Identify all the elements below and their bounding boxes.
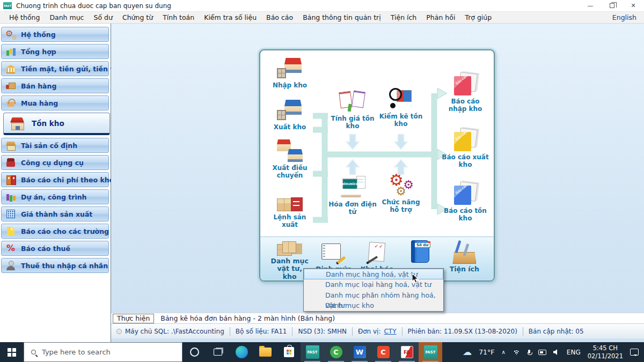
context-item-danh-muc-phan-nhom[interactable]: Danh mục phân nhóm hàng hoá, vật tư <box>304 290 443 301</box>
toolbox-icon <box>451 240 477 264</box>
flow-node-nhap-kho[interactable]: Nhập kho <box>266 57 314 89</box>
taskbar-app-fa[interactable]: FA <box>395 342 419 362</box>
flow-node-tinh-gia-ton-kho[interactable]: Tính giá tồn kho <box>328 90 377 130</box>
menu-tien-ich[interactable]: Tiện ích <box>386 12 422 24</box>
menu-he-thong[interactable]: Hệ thống <box>4 12 45 24</box>
bar-chart-icon <box>5 46 16 57</box>
restore-icon[interactable] <box>601 0 623 12</box>
close-icon[interactable]: ✕ <box>623 0 644 12</box>
cortana-button[interactable] <box>182 342 206 362</box>
flow-node-kiem-ke-ton-kho[interactable]: Kiểm kê tồn kho <box>377 88 425 128</box>
flow-node-xuat-dieu-chuyen[interactable]: Xuất điều chuyển <box>266 139 314 180</box>
status-update: Bản cập nhật: 05 <box>523 327 589 336</box>
flow-node-bao-cao-ton-kho[interactable]: Báo cáo Báo cáo tồn kho <box>441 182 489 223</box>
action-description: Bảng kê hóa đơn bán hàng - 2 màn hình (B… <box>160 314 335 322</box>
sidebar-item-du-an-cong-trinh[interactable]: Dự án, công trình <box>1 189 109 204</box>
asset-house-icon <box>5 140 16 151</box>
windows-logo-icon <box>8 348 16 357</box>
basket-icon <box>5 98 16 108</box>
folder-blue-icon: Báo cáo <box>453 182 478 205</box>
language-switch[interactable]: English <box>609 12 640 24</box>
flow-node-xuat-kho[interactable]: Xuất kho <box>266 99 314 131</box>
taskbar-app-store[interactable] <box>277 342 301 362</box>
search-placeholder: Type here to search <box>42 348 111 356</box>
toolbar-tien-ich[interactable]: Tiện ích <box>443 240 486 280</box>
wifi-icon[interactable] <box>513 349 521 355</box>
flow-node-bao-cao-xuat-kho[interactable]: Báo cáo Báo cáo xuất kho <box>441 129 489 169</box>
page-pen-icon <box>364 240 390 264</box>
taskbar-search[interactable]: Type here to search <box>24 342 182 362</box>
taskbar-app-edge[interactable] <box>230 342 253 362</box>
flow-node-lenh-san-xuat[interactable]: Lệnh sản xuất <box>266 189 314 229</box>
start-button[interactable] <box>0 342 24 362</box>
menu-bang-thong-tin-quan-tri[interactable]: Bảng thông tin quản trị <box>298 12 386 24</box>
fast-focused-icon: FAST <box>424 345 437 359</box>
menu-bar: Hệ thống Danh mục Số dư Chứng từ Tính to… <box>0 12 644 24</box>
sidebar-item-mua-hang[interactable]: Mua hàng <box>1 95 109 110</box>
task-view-button[interactable] <box>206 342 230 362</box>
taskbar-app-camtasia-recorder[interactable]: C <box>371 342 395 362</box>
sidebar-item-gia-thanh-san-xuat[interactable]: Giá thành sản xuất <box>1 206 109 221</box>
display-icon[interactable] <box>538 350 546 355</box>
speaker-icon[interactable] <box>553 349 560 355</box>
camtasia-recorder-icon: C <box>377 346 390 358</box>
context-item-danh-muc-hang-hoa[interactable]: Danh mục hàng hoá, vật tư <box>304 269 443 279</box>
execute-button[interactable]: Thực hiện <box>113 314 154 323</box>
menu-chung-tu[interactable]: Chứng từ <box>118 12 158 24</box>
menu-tinh-toan[interactable]: Tính toán <box>158 12 199 24</box>
sidebar-item-truong-tu-do[interactable]: Báo cáo cho các trường tự do <box>1 224 109 239</box>
notification-center-icon[interactable] <box>630 349 639 356</box>
bottom-strip <box>111 338 644 342</box>
microphone-icon[interactable] <box>528 350 531 355</box>
folder-red-icon: Báo cáo <box>453 73 478 95</box>
clock[interactable]: 5:45 CH 02/11/2021 <box>588 344 623 360</box>
sidebar-item-tien-mat[interactable]: Tiền mặt, tiền gửi, tiền vay <box>1 61 109 76</box>
menu-kiem-tra-so-lieu[interactable]: Kiểm tra số liệu <box>199 12 261 24</box>
store-icon <box>284 347 294 357</box>
flow-node-hoa-don-dien-tu[interactable]: eInvoice Hóa đơn điện tử <box>328 176 377 216</box>
warehouse-out-icon <box>277 99 303 121</box>
taskbar-app-fast-focused[interactable]: FAST <box>419 342 442 362</box>
language-indicator[interactable]: ENG <box>567 349 581 356</box>
boxes-icon <box>277 240 303 256</box>
sidebar-item-thue-tncn[interactable]: Thuế thu nhập cá nhân <box>1 258 109 273</box>
danh-muc-context-menu: Danh mục hàng hoá, vật tư Danh mục loại … <box>303 268 444 312</box>
sidebar-item-he-thong[interactable]: Hệ thống <box>1 27 109 42</box>
taskbar-app-camtasia[interactable]: C <box>324 342 348 362</box>
menu-tro-giup[interactable]: Trợ giúp <box>460 12 496 24</box>
menu-so-du[interactable]: Số dư <box>89 12 117 24</box>
weather-cloud-icon[interactable]: ☁ <box>463 348 472 357</box>
flow-node-chuc-nang-ho-tro[interactable]: Chức năng hỗ trợ <box>377 174 425 214</box>
status-version: Phiên bản: 11.09.SX (13-08-2020) <box>402 327 523 336</box>
date-label: 02/11/2021 <box>588 352 623 360</box>
taskbar-app-word[interactable]: W <box>348 342 371 362</box>
temperature-label[interactable]: 71°F <box>479 348 494 356</box>
context-item-danh-muc-kho[interactable]: Danh mục kho <box>304 300 443 311</box>
folder-yellow-icon: Báo cáo <box>453 129 478 151</box>
windows-taskbar: Type here to search FAST C W C FA FAST ☁… <box>0 342 644 362</box>
context-item-danh-muc-loai-hang-hoa[interactable]: Danh mục loại hàng hoá, vật tư <box>304 279 443 290</box>
status-dot-icon <box>116 329 122 334</box>
note-icon <box>5 226 16 237</box>
unit-link[interactable]: CTY <box>384 328 396 335</box>
status-bar: Máy chủ SQL: .\FastAccounting Bộ số liệu… <box>111 323 644 338</box>
sidebar-item-bao-cao-chi-phi[interactable]: Báo cáo chi phí theo khoản mục <box>1 172 109 187</box>
sidebar-item-tong-hop[interactable]: Tổng hợp <box>1 44 109 59</box>
tray-chevron-icon[interactable]: ∧ <box>502 349 506 355</box>
sidebar-item-bao-cao-thue[interactable]: Báo cáo thuế <box>1 241 109 256</box>
menu-bao-cao[interactable]: Báo cáo <box>261 12 298 24</box>
action-bar: Thực hiện Bảng kê hóa đơn bán hàng - 2 m… <box>111 313 644 323</box>
menu-phan-hoi[interactable]: Phản hồi <box>421 12 460 24</box>
sidebar-item-ban-hang[interactable]: Bán hàng <box>1 78 109 93</box>
file-explorer-icon <box>259 348 272 357</box>
task-view-icon <box>214 349 222 356</box>
sidebar-item-cong-cu-dung-cu[interactable]: Công cụ dụng cụ <box>1 155 109 170</box>
taskbar-app-fast-accounting[interactable]: FAST <box>301 342 324 362</box>
edge-icon <box>236 346 248 358</box>
sidebar-item-tai-san-co-dinh[interactable]: Tài sản cố định <box>1 138 109 153</box>
sidebar-item-ton-kho[interactable]: Tồn kho <box>3 113 110 135</box>
minimize-icon[interactable]: — <box>580 0 601 12</box>
taskbar-app-file-explorer[interactable] <box>253 342 277 362</box>
flow-node-bao-cao-nhap-kho[interactable]: Báo cáo Báo cáo nhập kho <box>441 73 489 113</box>
menu-danh-muc[interactable]: Danh mục <box>45 12 89 24</box>
